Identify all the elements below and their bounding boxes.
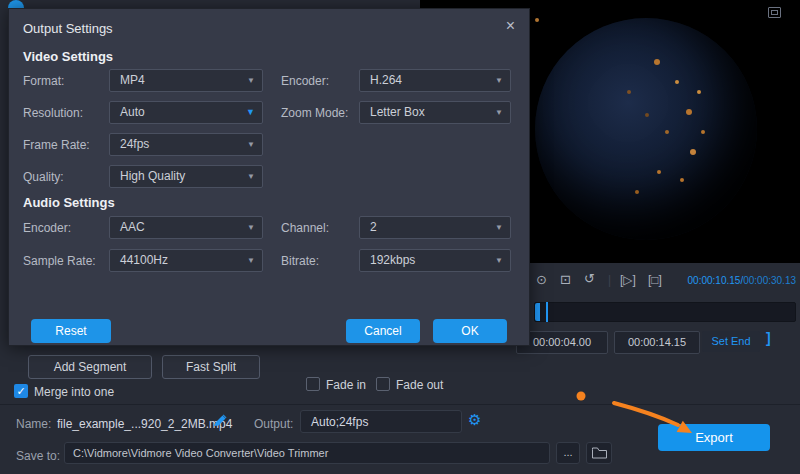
- cancel-button[interactable]: Cancel: [346, 319, 420, 343]
- total-time: 00:00:30.13: [743, 275, 796, 286]
- channel-dropdown[interactable]: 2 ▼: [359, 216, 511, 239]
- channel-label: Channel:: [281, 221, 329, 235]
- quality-dropdown[interactable]: High Quality ▼: [109, 165, 263, 188]
- reset-button[interactable]: Reset: [31, 319, 111, 343]
- output-settings-dialog: Output Settings × Video Settings Format:…: [8, 8, 530, 346]
- audio-encoder-dropdown[interactable]: AAC ▼: [109, 216, 263, 239]
- video-settings-header: Video Settings: [23, 49, 113, 64]
- chevron-down-icon: ▼: [247, 250, 255, 271]
- export-button[interactable]: Export: [658, 424, 770, 451]
- trim-start-handle[interactable]: [535, 303, 540, 321]
- add-segment-button[interactable]: Add Segment: [28, 355, 152, 379]
- frame-rate-dropdown[interactable]: 24fps ▼: [109, 133, 263, 156]
- play-segment-icon[interactable]: [▷]: [620, 273, 636, 287]
- time-display: 00:00:10.15/00:00:30.13: [666, 275, 796, 286]
- city-lights-decoration: [535, 18, 539, 22]
- chevron-down-icon: ▼: [495, 217, 503, 238]
- edit-name-icon[interactable]: [213, 414, 227, 432]
- format-value: MP4: [120, 73, 145, 87]
- audio-encoder-value: AAC: [120, 220, 145, 234]
- channel-value: 2: [370, 220, 377, 234]
- crosshair-icon[interactable]: ⊙: [536, 272, 547, 287]
- bitrate-value: 192kbps: [370, 253, 415, 267]
- ok-button[interactable]: OK: [433, 319, 507, 343]
- resolution-value: Auto: [120, 105, 145, 119]
- rotate-reset-icon[interactable]: ↺: [584, 271, 595, 286]
- footer-divider: [0, 404, 800, 405]
- fade-out-label: Fade out: [396, 378, 443, 392]
- encoder-dropdown[interactable]: H.264 ▼: [359, 69, 511, 92]
- current-time: 00:00:10.15: [688, 275, 741, 286]
- quality-value: High Quality: [120, 169, 185, 183]
- close-icon[interactable]: ×: [506, 17, 515, 35]
- check-icon: ✓: [16, 385, 25, 397]
- sample-rate-value: 44100Hz: [120, 253, 168, 267]
- zoom-mode-dropdown[interactable]: Letter Box ▼: [359, 101, 511, 124]
- fade-in-checkbox[interactable]: [306, 377, 320, 391]
- open-folder-button[interactable]: [586, 442, 612, 464]
- quality-label: Quality:: [23, 170, 64, 184]
- chevron-down-icon: ▼: [246, 102, 255, 123]
- save-path-field[interactable]: C:\Vidmore\Vidmore Video Converter\Video…: [64, 442, 550, 464]
- fade-out-checkbox[interactable]: [376, 377, 390, 391]
- merge-label: Merge into one: [34, 385, 114, 399]
- zoom-mode-label: Zoom Mode:: [281, 106, 348, 120]
- controls-divider: |: [608, 273, 611, 287]
- encoder-value: H.264: [370, 73, 402, 87]
- encoder-label: Encoder:: [281, 74, 329, 88]
- earth-preview-image: [535, 18, 757, 240]
- resolution-label: Resolution:: [23, 106, 83, 120]
- resolution-dropdown[interactable]: Auto ▼: [109, 101, 263, 124]
- browse-button[interactable]: ...: [556, 442, 580, 464]
- chevron-down-icon: ▼: [247, 217, 255, 238]
- file-name: file_example_...920_2_2MB.mp4: [57, 417, 232, 431]
- merge-checkbox[interactable]: ✓: [14, 384, 28, 398]
- bitrate-dropdown[interactable]: 192kbps ▼: [359, 249, 511, 272]
- chevron-down-icon: ▼: [247, 166, 255, 187]
- sample-rate-label: Sample Rate:: [23, 254, 96, 268]
- fullscreen-icon[interactable]: [768, 7, 781, 18]
- chevron-down-icon: ▼: [495, 70, 503, 91]
- audio-encoder-label: Encoder:: [23, 221, 71, 235]
- frame-icon[interactable]: ⊡: [560, 272, 571, 287]
- dialog-title: Output Settings: [23, 21, 113, 36]
- chevron-down-icon: ▼: [247, 134, 255, 155]
- fade-in-label: Fade in: [326, 378, 366, 392]
- timeline-track[interactable]: [534, 302, 796, 322]
- name-label: Name:: [16, 417, 51, 431]
- output-label: Output:: [254, 417, 293, 431]
- format-dropdown[interactable]: MP4 ▼: [109, 69, 263, 92]
- chevron-down-icon: ▼: [495, 250, 503, 271]
- format-label: Format:: [23, 74, 64, 88]
- output-profile-field[interactable]: Auto;24fps: [300, 410, 462, 433]
- chevron-down-icon: ▼: [495, 102, 503, 123]
- audio-settings-header: Audio Settings: [23, 195, 115, 210]
- end-time-field[interactable]: 00:00:14.15: [614, 331, 700, 354]
- playhead[interactable]: [546, 302, 548, 322]
- frame-rate-value: 24fps: [120, 137, 149, 151]
- set-end-bracket-icon[interactable]: ]: [766, 330, 771, 346]
- set-end-button[interactable]: Set End: [702, 331, 760, 352]
- stop-segment-icon[interactable]: [□]: [648, 273, 662, 287]
- frame-rate-label: Frame Rate:: [23, 138, 90, 152]
- sample-rate-dropdown[interactable]: 44100Hz ▼: [109, 249, 263, 272]
- bitrate-label: Bitrate:: [281, 254, 319, 268]
- zoom-mode-value: Letter Box: [370, 105, 425, 119]
- fast-split-button[interactable]: Fast Split: [162, 355, 260, 379]
- gear-icon[interactable]: ⚙: [468, 411, 481, 429]
- chevron-down-icon: ▼: [247, 70, 255, 91]
- save-to-label: Save to:: [16, 449, 60, 463]
- app-window: ⊙ ⊡ ↺ | [▷] [□] 00:00:10.15/00:00:30.13 …: [0, 0, 800, 474]
